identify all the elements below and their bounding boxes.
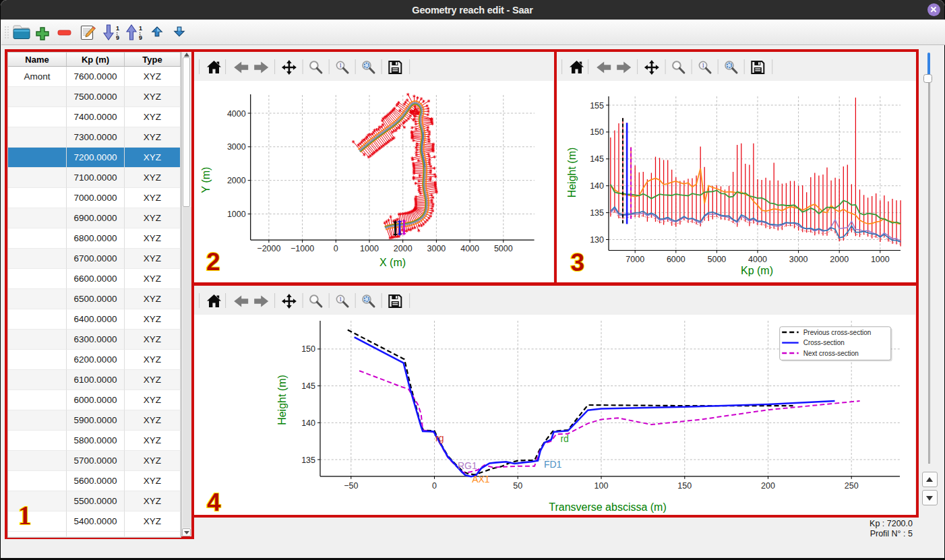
svg-text:Cross-section: Cross-section — [803, 339, 845, 346]
svg-text:140: 140 — [590, 181, 604, 191]
svg-text:135: 135 — [301, 455, 315, 464]
svg-text:50: 50 — [513, 480, 522, 490]
svg-text:145: 145 — [301, 381, 315, 391]
svg-text:150: 150 — [677, 480, 692, 490]
svg-text:155: 155 — [590, 101, 604, 111]
svg-text:4000: 4000 — [748, 255, 767, 264]
svg-text:200: 200 — [761, 480, 775, 490]
svg-text:AX1: AX1 — [472, 473, 490, 484]
svg-text:250: 250 — [845, 480, 859, 490]
svg-text:4000: 4000 — [227, 109, 246, 119]
svg-text:100: 100 — [595, 480, 609, 490]
svg-text:9: 9 — [139, 34, 142, 41]
svg-text:1: 1 — [116, 25, 119, 32]
svg-text:150: 150 — [590, 127, 604, 137]
svg-text:1: 1 — [139, 25, 142, 32]
svg-text:3000: 3000 — [427, 244, 446, 253]
svg-text:5000: 5000 — [707, 255, 726, 264]
svg-text:Previous cross-section: Previous cross-section — [803, 328, 872, 336]
svg-text:4000: 4000 — [460, 244, 479, 253]
svg-text:Next cross-section: Next cross-section — [803, 349, 859, 356]
svg-text:5000: 5000 — [494, 244, 513, 253]
svg-text:1000: 1000 — [360, 244, 379, 253]
svg-text:2000: 2000 — [394, 244, 413, 253]
svg-text:RG1: RG1 — [458, 460, 477, 471]
svg-text:1000: 1000 — [870, 255, 889, 264]
svg-text:9: 9 — [116, 34, 119, 41]
svg-text:rd: rd — [560, 433, 568, 443]
svg-text:0: 0 — [334, 244, 338, 253]
svg-text:−50: −50 — [344, 480, 358, 490]
svg-text:−1000: −1000 — [291, 244, 314, 253]
svg-text:Height (m): Height (m) — [566, 148, 578, 198]
svg-text:130: 130 — [590, 235, 604, 245]
svg-text:Kp (m): Kp (m) — [741, 265, 773, 276]
svg-text:135: 135 — [590, 208, 604, 218]
svg-text:7000: 7000 — [626, 255, 644, 264]
svg-text:140: 140 — [301, 418, 315, 427]
svg-text:X (m): X (m) — [379, 257, 406, 268]
svg-text:Y (m): Y (m) — [200, 167, 212, 193]
svg-text:2000: 2000 — [227, 176, 246, 185]
svg-text:rg: rg — [435, 432, 444, 443]
svg-text:−2000: −2000 — [257, 244, 280, 253]
svg-text:3000: 3000 — [227, 142, 246, 152]
svg-text:2000: 2000 — [830, 255, 849, 264]
svg-text:150: 150 — [301, 344, 315, 354]
svg-text:0: 0 — [432, 480, 437, 490]
svg-text:6000: 6000 — [666, 255, 685, 264]
svg-text:1000: 1000 — [227, 210, 246, 219]
svg-text:145: 145 — [590, 154, 604, 164]
svg-text:FD1: FD1 — [544, 458, 562, 469]
svg-text:Transverse abscissa (m): Transverse abscissa (m) — [549, 501, 667, 512]
svg-text:Height (m): Height (m) — [276, 375, 288, 425]
svg-text:3000: 3000 — [789, 255, 807, 264]
